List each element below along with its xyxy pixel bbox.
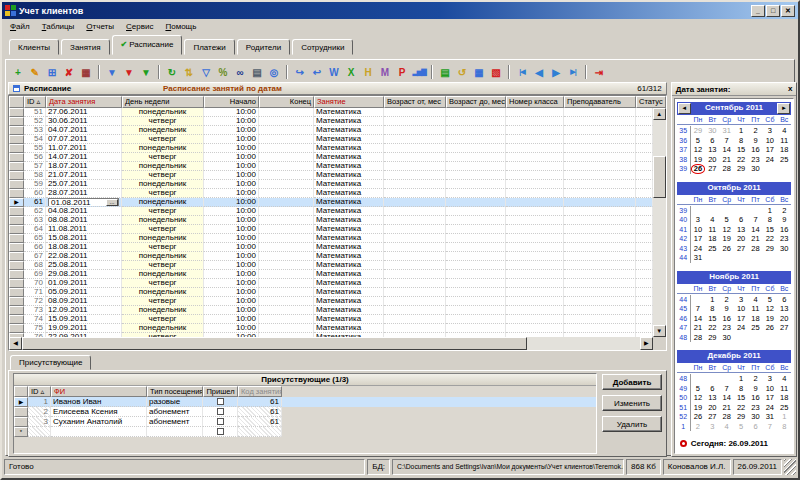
grid-cell[interactable] [446,315,506,324]
grid-cell[interactable] [564,279,636,288]
horizontal-scrollbar[interactable]: ◀ ▶ [9,337,653,350]
grid-cell[interactable] [446,297,506,306]
calendar-day[interactable]: 1 [763,206,777,216]
calendar-day[interactable]: 10 [734,304,748,314]
grid-cell[interactable]: 73 [24,306,46,315]
grid-cell[interactable]: четверг [122,171,204,180]
scroll-thumb[interactable] [653,156,666,198]
grid-cell[interactable] [384,315,446,324]
grid-cell[interactable]: понедельник [122,126,204,135]
calendar-day[interactable]: 3 [705,422,719,432]
column-header[interactable]: Занятие [314,96,384,108]
grid-cell[interactable] [446,135,506,144]
column-header[interactable]: Возраст до, мес [446,96,506,108]
grid-cell[interactable] [636,144,653,153]
prev-month-button[interactable]: ◄ [678,103,691,114]
grid-cell[interactable] [259,117,314,126]
table-row[interactable]: 5614.07.2011четверг10:00Математика [9,153,653,162]
grid-cell[interactable]: 66 [24,243,46,252]
calendar-day[interactable]: 26 [763,323,777,333]
grid-cell[interactable]: 18.07.2011 [46,162,122,171]
menu-item[interactable]: Отчеты [80,21,120,32]
column-header[interactable]: ФИ [51,386,147,397]
grid-cell[interactable]: 22.08.2011 [46,252,122,261]
history-icon[interactable]: ↺ [454,64,470,80]
grid-cell[interactable]: Математика [314,108,384,117]
calendar-day[interactable]: 11 [748,304,762,314]
export-excel-icon[interactable]: X [343,64,359,80]
grid-cell[interactable] [564,189,636,198]
grid-cell[interactable] [506,180,564,189]
calendar-day[interactable]: 5 [691,136,705,146]
tab-parents[interactable]: Родители [237,39,290,55]
grid-cell[interactable]: Математика [314,144,384,153]
calendar-day[interactable]: 30 [777,244,791,254]
grid-cell[interactable]: 61 [24,198,46,207]
table-row[interactable]: 6308.08.2011понедельник10:00Математика [9,216,653,225]
grid-cell[interactable] [446,225,506,234]
calendar-day[interactable]: 5 [720,215,734,225]
calendar-day[interactable]: 28 [720,412,734,422]
grid-cell[interactable]: 07.07.2011 [46,135,122,144]
grid-cell[interactable] [564,225,636,234]
maximize-button[interactable]: □ [766,5,780,17]
grid-cell[interactable]: понедельник [122,108,204,117]
table-row[interactable]: 6411.08.2011четверг10:00Математика [9,225,653,234]
table-row[interactable]: 7105.09.2011понедельник10:00Математика [9,288,653,297]
grid-cell[interactable]: 61 [238,417,282,427]
grid-cell[interactable] [636,216,653,225]
table-row[interactable]: 5230.06.2011четверг10:00Математика [9,117,653,126]
calendar-day[interactable]: 12 [691,145,705,155]
calendar-day[interactable]: 25 [777,155,791,165]
grid-cell[interactable]: 10:00 [204,297,259,306]
close-button[interactable]: ✕ [781,5,795,17]
ellipsis-button[interactable]: ... [106,199,118,206]
came-checkbox-cell[interactable] [203,407,238,417]
grid-cell[interactable] [259,261,314,270]
grid-cell[interactable]: Математика [314,306,384,315]
table-row[interactable]: ▶6101.08.2011...понедельник10:00Математи… [9,198,653,207]
grid-cell[interactable]: 15.09.2011 [46,315,122,324]
grid-cell[interactable] [51,427,147,437]
export-icon[interactable]: ↪ [292,64,308,80]
grid-cell[interactable] [259,315,314,324]
calendar-day[interactable]: 5 [763,295,777,305]
grid-cell[interactable]: 29.08.2011 [46,270,122,279]
grid-cell[interactable]: Елисеева Ксения [51,407,147,417]
menu-item[interactable]: Помощь [159,21,202,32]
grid-cell[interactable]: 54 [24,135,46,144]
grid-cell[interactable]: 64 [24,225,46,234]
grid-cell[interactable]: 10:00 [204,117,259,126]
grid-cell[interactable] [384,162,446,171]
grid-cell[interactable] [506,261,564,270]
grid-cell[interactable]: 18.08.2011 [46,243,122,252]
calendar-day[interactable]: 23 [777,234,791,244]
calendar-day[interactable]: 21 [720,403,734,413]
calendar-day[interactable]: 16 [777,225,791,235]
calendar-day[interactable]: 31 [763,412,777,422]
grid-cell[interactable] [259,243,314,252]
calendar-day[interactable]: 14 [720,145,734,155]
grid-cell[interactable]: четверг [122,225,204,234]
menu-item[interactable]: Сервис [120,21,159,32]
calendar-day[interactable]: 27 [705,412,719,422]
calendar-day[interactable]: 8 [705,304,719,314]
nav-first-icon[interactable]: |◀ [514,64,530,80]
calendar-day[interactable]: 11 [705,225,719,235]
checkbox[interactable] [217,428,224,435]
calendar-day[interactable]: 2 [720,295,734,305]
calendar-day[interactable]: 26 [691,164,705,174]
grid-cell[interactable]: 10:00 [204,162,259,171]
calendar-day[interactable]: 27 [734,244,748,254]
copy-record-icon[interactable]: ⊞ [44,64,60,80]
calendar-day[interactable]: 22 [705,323,719,333]
grid-cell[interactable]: 75 [24,324,46,333]
calendar-day[interactable]: 15 [705,314,719,324]
table-row[interactable]: 6929.08.2011понедельник10:00Математика [9,270,653,279]
grid-cell[interactable] [384,288,446,297]
grid-cell[interactable]: 10:00 [204,153,259,162]
calendar-day[interactable]: 1 [734,374,748,384]
grid-cell[interactable] [259,288,314,297]
column-header[interactable]: Конец [259,96,314,108]
column-header[interactable]: Номер класса [506,96,564,108]
